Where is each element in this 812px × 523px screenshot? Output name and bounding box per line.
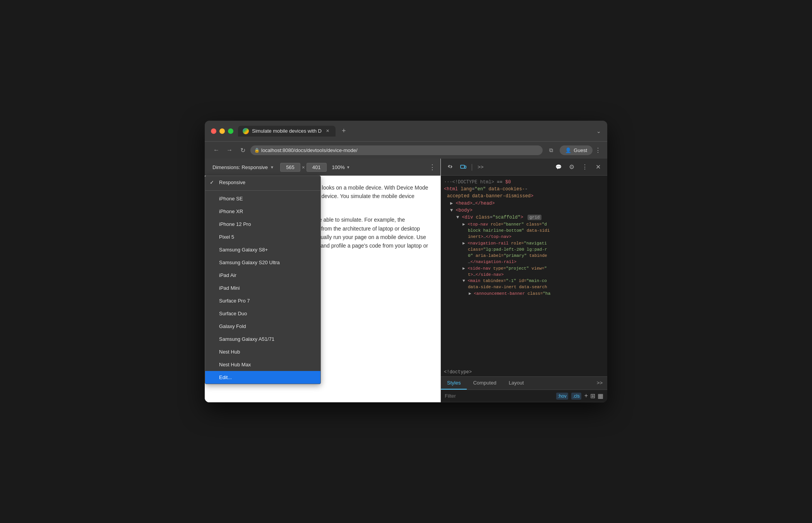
tree-line-nav-rail-2[interactable]: class="lg:pad-left-200 lg:pad-r — [441, 246, 607, 253]
filter-bar: :hov .cls + ⊞ ▦ — [441, 390, 607, 402]
menu-item-label: Edit... — [219, 374, 232, 380]
maximize-button[interactable] — [228, 128, 233, 134]
tree-line-top-nav-2[interactable]: block hairline-bottom" data-sidi — [441, 227, 607, 234]
chevron-right-icon[interactable]: >> — [475, 161, 487, 173]
zoom-arrow-icon: ▼ — [346, 165, 350, 169]
tree-line-nav-rail[interactable]: ▶ <navigation-rail role="navigati — [441, 240, 607, 246]
menu-item-surface-duo[interactable]: Surface Duo — [205, 307, 320, 320]
tree-line-html[interactable]: <html lang="en" data-cookies-- — [441, 186, 607, 193]
menu-item-nest-hub-max[interactable]: Nest Hub Max — [205, 358, 320, 371]
menu-item-nest-hub[interactable]: Nest Hub — [205, 345, 320, 358]
settings-icon[interactable]: ⚙ — [565, 161, 578, 173]
width-input[interactable] — [280, 163, 300, 172]
tree-line-div-scaffold[interactable]: ▼ <div class="scaffold"> grid — [441, 214, 607, 221]
tree-line-top-nav[interactable]: ▶ <top-nav role="banner" class="d — [441, 221, 607, 227]
menu-item-iphone-12-pro[interactable]: iPhone 12 Pro — [205, 218, 320, 231]
tree-line-main[interactable]: ▼ <main tabindex="-1" id="main-co — [441, 278, 607, 284]
device-mode-icon[interactable] — [457, 161, 469, 173]
toggle-sidebar-icon[interactable]: ▦ — [598, 392, 603, 400]
tree-line-announcement[interactable]: ▶ <announcement-banner class="ha — [441, 290, 607, 297]
inspector-icon[interactable] — [444, 161, 456, 173]
tab-close-button[interactable]: ✕ — [325, 128, 331, 134]
menu-item-ipad-mini[interactable]: iPad Mini — [205, 282, 320, 294]
minimize-button[interactable] — [219, 128, 225, 134]
toolbar-separator: | — [471, 163, 473, 171]
styles-panel: Styles Computed Layout >> :hov .cls + ⊞ … — [441, 376, 607, 402]
doctype-line[interactable]: <!doctype> — [441, 368, 607, 376]
svg-rect-1 — [464, 166, 466, 168]
tree-line-doctype[interactable]: ···<!DOCTYPE html> == $0 — [441, 179, 607, 186]
more-options-icon[interactable]: ⋮ — [579, 161, 591, 173]
menu-item-label: Nest Hub Max — [219, 362, 251, 367]
tree-line-top-nav-3[interactable]: inert>…</top-nav> — [441, 234, 607, 240]
new-style-rule-icon[interactable]: ⊞ — [590, 392, 595, 400]
back-button[interactable]: ← — [211, 145, 222, 156]
tab-favicon — [243, 128, 249, 134]
menu-item-label: Surface Pro 7 — [219, 298, 250, 304]
tab-menu-button[interactable]: ⌄ — [596, 128, 601, 134]
menu-item-label: iPad Air — [219, 272, 236, 278]
menu-item-responsive[interactable]: Responsive — [205, 176, 320, 189]
address-bar: ← → ↻ 🔒 localhost:8080/docs/devtools/dev… — [205, 141, 607, 159]
tab-styles[interactable]: Styles — [441, 377, 467, 390]
menu-item-label: Galaxy Fold — [219, 323, 246, 329]
dimension-separator: × — [302, 164, 305, 170]
forward-button[interactable]: → — [224, 145, 235, 156]
device-dropdown-menu: Responsive iPhone SE iPhone XR iPhone 12… — [205, 176, 321, 384]
tree-line-html-2[interactable]: accepted data-banner-dismissed> — [441, 193, 607, 200]
url-box[interactable]: 🔒 localhost:8080/docs/devtools/device-mo… — [250, 145, 543, 155]
tree-line-side-nav[interactable]: ▶ <side-nav type="project" view=" — [441, 265, 607, 272]
menu-item-iphone-se[interactable]: iPhone SE — [205, 192, 320, 205]
filter-hov-button[interactable]: :hov — [556, 393, 568, 400]
close-devtools-button[interactable]: ✕ — [592, 161, 604, 173]
styles-tabs: Styles Computed Layout >> — [441, 377, 607, 390]
menu-item-samsung-s8[interactable]: Samsung Galaxy S8+ — [205, 243, 320, 256]
menu-item-surface-pro[interactable]: Surface Pro 7 — [205, 294, 320, 307]
left-panel: Dimensions: Responsive ▼ × 100% ▼ ⋮ Resp — [205, 159, 441, 402]
browser-menu-button[interactable]: ⋮ — [595, 147, 601, 154]
filter-input[interactable] — [445, 393, 553, 399]
tree-line-main-2[interactable]: data-side-nav-inert data-search — [441, 284, 607, 290]
tree-line-head[interactable]: ▶ <head>…</head> — [441, 200, 607, 207]
menu-item-label: Surface Duo — [219, 311, 247, 316]
menu-item-galaxy-fold[interactable]: Galaxy Fold — [205, 320, 320, 333]
dimensions-dropdown[interactable]: Dimensions: Responsive ▼ — [209, 163, 277, 172]
add-style-icon[interactable]: + — [584, 392, 588, 400]
menu-item-label: Responsive — [219, 179, 245, 185]
profile-button[interactable]: 👤 Guest — [560, 145, 593, 155]
browser-window: Simulate mobile devices with D ✕ + ⌄ ← →… — [205, 121, 607, 402]
reload-button[interactable]: ↻ — [237, 145, 248, 156]
menu-item-pixel-5[interactable]: Pixel 5 — [205, 231, 320, 243]
tree-line-nav-rail-4[interactable]: …</navigation-rail> — [441, 259, 607, 265]
dimension-inputs: × — [280, 163, 327, 172]
styles-tabs-more[interactable]: >> — [592, 377, 607, 390]
console-icon[interactable]: 💬 — [552, 161, 565, 173]
devtools-panel: | >> 💬 ⚙ ⋮ ✕ ···<!DOCTYPE html> == $0 <h… — [441, 159, 607, 402]
tab-bar: Simulate mobile devices with D ✕ + — [238, 125, 592, 137]
menu-item-edit[interactable]: Edit... — [205, 371, 320, 384]
menu-item-label: iPad Mini — [219, 285, 240, 291]
dimensions-label: Dimensions: Responsive — [212, 164, 268, 170]
menu-item-label: iPhone SE — [219, 196, 243, 202]
filter-cls-button[interactable]: .cls — [571, 393, 581, 400]
close-button[interactable] — [211, 128, 216, 134]
cast-icon[interactable]: ⧉ — [545, 144, 557, 156]
tab-layout[interactable]: Layout — [502, 377, 530, 390]
menu-item-samsung-s20[interactable]: Samsung Galaxy S20 Ultra — [205, 256, 320, 269]
tree-line-nav-rail-3[interactable]: 0" aria-label="primary" tabinde — [441, 253, 607, 259]
height-input[interactable] — [307, 163, 327, 172]
person-icon: 👤 — [565, 147, 571, 153]
doctype-text: <!doctype> — [444, 369, 472, 375]
devtools-toolbar: | >> 💬 ⚙ ⋮ ✕ — [441, 159, 607, 176]
menu-item-samsung-a51[interactable]: Samsung Galaxy A51/71 — [205, 333, 320, 345]
tab-computed[interactable]: Computed — [467, 377, 502, 390]
tree-line-body[interactable]: ▼ <body> — [441, 207, 607, 214]
menu-item-ipad-air[interactable]: iPad Air — [205, 269, 320, 282]
tree-line-side-nav-2[interactable]: t>…</side-nav> — [441, 272, 607, 278]
menu-item-iphone-xr[interactable]: iPhone XR — [205, 205, 320, 218]
active-tab[interactable]: Simulate mobile devices with D ✕ — [238, 126, 336, 137]
zoom-dropdown[interactable]: 100% ▼ — [330, 163, 353, 172]
new-tab-button[interactable]: + — [339, 125, 349, 137]
toolbar-more-button[interactable]: ⋮ — [429, 163, 436, 171]
menu-item-label: iPhone 12 Pro — [219, 221, 251, 227]
